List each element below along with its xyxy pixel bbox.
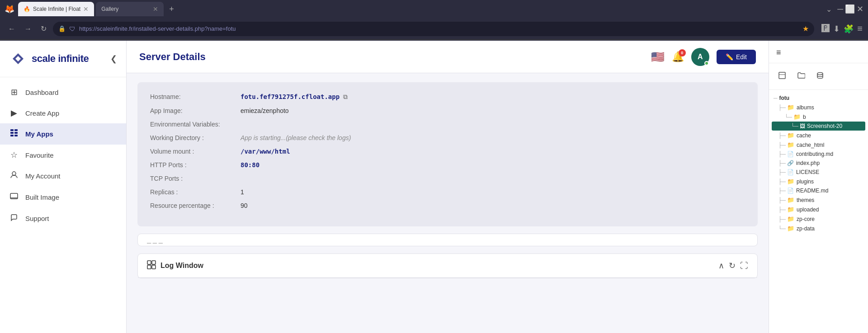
security-icon: 🔒 <box>58 25 66 32</box>
root-connector: ─ <box>774 95 778 101</box>
tcp-ports-row: TCP Ports : <box>150 175 745 182</box>
shield-icon: 🛡 <box>69 25 75 33</box>
new-tab-button[interactable]: + <box>165 5 178 14</box>
browser-nav-bar: ← → ↻ 🔒 🛡 https://scaleinfinite.fr/insta… <box>0 18 868 40</box>
tree-item-zp-core[interactable]: ├─ 📁 zp-core <box>772 214 865 224</box>
address-bar[interactable]: 🔒 🛡 https://scaleinfinite.fr/installed-s… <box>53 22 814 36</box>
index-php-label: index.php <box>796 160 820 166</box>
download-button[interactable]: ⬇ <box>833 24 840 34</box>
panel-menu-button[interactable]: ≡ <box>773 44 785 61</box>
env-vars-label: Environmental Variables: <box>150 121 241 128</box>
tree-item-uploaded[interactable]: ├─ 📁 uploaded <box>772 205 865 214</box>
albums-connector: ├─ <box>778 104 786 111</box>
b-connector: └─ <box>784 114 792 120</box>
user-avatar[interactable]: A <box>691 48 709 66</box>
my-apps-label: My Apps <box>25 130 53 138</box>
log-collapse-button[interactable]: ∧ <box>718 261 724 271</box>
tree-item-plugins[interactable]: ├─ 📁 plugins <box>772 177 865 186</box>
tree-item-b[interactable]: └─ 📁 b <box>772 112 865 122</box>
svg-point-15 <box>817 73 823 75</box>
zp-core-folder-icon: 📁 <box>787 216 794 222</box>
refresh-button[interactable]: ↻ <box>38 23 49 35</box>
tree-item-cache-html[interactable]: ├─ 📁 cache_html <box>772 140 865 150</box>
tab-close-button[interactable]: ✕ <box>83 5 89 13</box>
contributing-label: contributing.md <box>796 151 833 157</box>
tab-label: Scale Infinite | Float <box>33 6 80 12</box>
svg-rect-3 <box>14 132 18 134</box>
sidebar-item-my-account[interactable]: My Account <box>0 165 126 187</box>
log-refresh-button[interactable]: ↻ <box>729 261 736 271</box>
resource-pct-label: Resource percentage : <box>150 202 241 209</box>
sidebar-toggle-button[interactable]: ❮ <box>110 54 117 64</box>
sidebar-item-built-image[interactable]: Built Image <box>0 187 126 208</box>
tree-item-screenshot[interactable]: └─ 🖼 Screenshot-20 <box>772 122 865 131</box>
file-view-button[interactable] <box>774 69 791 84</box>
readme-connector: ├─ <box>778 188 786 194</box>
back-button[interactable]: ← <box>5 23 18 35</box>
sidebar-item-dashboard[interactable]: ⊞ Dashboard <box>0 82 126 103</box>
sidebar-logo: scale infinite ❮ <box>0 41 126 77</box>
themes-label: themes <box>797 197 814 203</box>
online-indicator <box>704 61 709 66</box>
cache-html-label: cache_html <box>797 142 824 148</box>
sidebar-item-my-apps[interactable]: My Apps <box>0 123 126 145</box>
contributing-connector: ├─ <box>778 151 786 157</box>
maximize-button[interactable]: ⬜ <box>845 4 855 14</box>
tree-item-themes[interactable]: ├─ 📁 themes <box>772 195 865 205</box>
http-ports-label: HTTP Ports : <box>150 161 241 169</box>
sidebar-item-favourite[interactable]: ☆ Favourite <box>0 145 126 165</box>
edit-button[interactable]: ✏️ Edit <box>717 50 756 64</box>
browser-title-bar: 🦊 🔥 Scale Infinite | Float ✕ Gallery ✕ +… <box>0 0 868 18</box>
language-flag[interactable]: 🇺🇸 <box>651 51 665 63</box>
b-folder-icon: 📁 <box>793 113 801 120</box>
tree-item-zp-data[interactable]: └─ 📁 zp-data <box>772 224 865 233</box>
app-image-row: App Image: emieza/zenphoto <box>150 107 745 114</box>
replicas-value: 1 <box>241 188 244 196</box>
log-actions: ∧ ↻ ⛶ <box>718 261 748 271</box>
browser-tab-gallery[interactable]: Gallery ✕ <box>96 2 164 16</box>
extensions-button[interactable]: 🧩 <box>844 24 854 34</box>
tree-item-albums[interactable]: ├─ 📁 albums <box>772 103 865 112</box>
http-ports-value: 80:80 <box>241 161 259 169</box>
hostname-label: Hostname: <box>150 93 241 100</box>
forward-button[interactable]: → <box>22 23 34 35</box>
copy-hostname-button[interactable]: ⧉ <box>343 93 348 101</box>
tree-item-contributing[interactable]: ├─ 📄 contributing.md <box>772 150 865 159</box>
svg-rect-5 <box>14 135 18 136</box>
notifications-button[interactable]: 🔔 0 <box>672 51 684 63</box>
my-apps-icon <box>9 129 19 139</box>
zp-data-folder-icon: 📁 <box>787 225 794 232</box>
main-content: Server Details 🇺🇸 🔔 0 A ✏️ Edit <box>127 41 769 333</box>
tab2-close-button[interactable]: ✕ <box>153 5 158 13</box>
log-window-title: Log Window <box>147 260 713 271</box>
minimize-button[interactable]: ─ <box>837 5 843 14</box>
tree-root-item[interactable]: ─ fotu <box>772 94 865 103</box>
log-window-label: Log Window <box>160 262 203 270</box>
folder-view-button[interactable] <box>793 69 810 84</box>
database-view-button[interactable] <box>811 69 829 84</box>
browser-tab-active[interactable]: 🔥 Scale Infinite | Float ✕ <box>18 2 94 16</box>
notification-badge: 0 <box>679 49 686 56</box>
sidebar-item-support[interactable]: Support <box>0 208 126 229</box>
tree-item-cache[interactable]: ├─ 📁 cache <box>772 131 865 140</box>
svg-rect-10 <box>152 261 156 264</box>
tab-overflow-button[interactable]: ⌄ <box>822 5 835 14</box>
log-fullscreen-button[interactable]: ⛶ <box>740 261 748 271</box>
browser-toolbar-right: 🅿 ⬇ 🧩 ≡ <box>821 23 863 34</box>
uploaded-label: uploaded <box>797 206 819 213</box>
firefox-icon: 🦊 <box>5 4 14 14</box>
my-account-label: My Account <box>25 172 61 180</box>
sidebar-item-create-app[interactable]: ▶ Create App <box>0 103 126 123</box>
pocket-button[interactable]: 🅿 <box>821 24 830 33</box>
tree-item-index-php[interactable]: ├─ 🔗 index.php <box>772 159 865 168</box>
menu-button[interactable]: ≡ <box>857 23 863 34</box>
edit-icon: ✏️ <box>726 53 733 61</box>
tree-item-readme[interactable]: ├─ 📄 README.md <box>772 186 865 195</box>
resource-pct-value: 90 <box>241 202 248 209</box>
log-window-section: Log Window ∧ ↻ ⛶ <box>137 253 758 278</box>
partial-card-content: ─ ─ ─ <box>147 239 748 246</box>
b-label: b <box>803 114 806 120</box>
close-browser-button[interactable]: ✕ <box>857 4 863 14</box>
tab2-label: Gallery <box>101 6 118 12</box>
tree-item-license[interactable]: ├─ 📄 LICENSE <box>772 168 865 177</box>
